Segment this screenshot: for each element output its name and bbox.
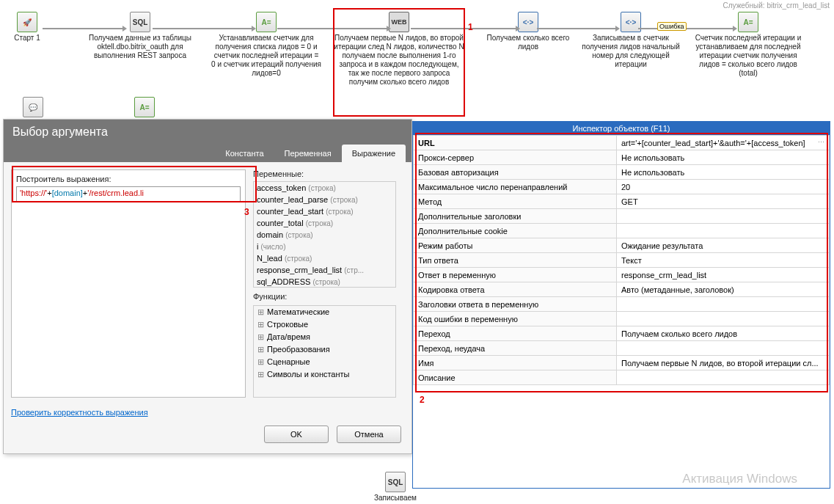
func-group[interactable]: ⊞Дата/время	[254, 331, 395, 343]
sql-icon: SQL	[385, 472, 406, 492]
node-sql-bottom[interactable]: SQL Записываем	[374, 472, 417, 503]
vars-label: Переменные:	[253, 169, 396, 178]
funcs-list[interactable]: ⊞Математические⊞Строковые⊞Дата/время⊞Пре…	[253, 305, 396, 398]
highlight-box-1	[333, 8, 465, 117]
node-assign3[interactable]: A=	[132, 97, 157, 117]
error-badge: Ошибка	[657, 22, 687, 31]
tab-expression[interactable]: Выражение	[342, 145, 406, 162]
highlight-box-2	[415, 133, 828, 392]
cancel-button[interactable]: Отмена	[337, 426, 401, 443]
highlight-box-3	[12, 166, 257, 202]
annot-2: 2	[420, 395, 425, 405]
var-item[interactable]: access_token (строка)	[254, 182, 395, 194]
check-expression-link[interactable]: Проверить корректность выражения	[4, 405, 156, 420]
expression-panel: Построитель выражения: 'https://'+[domai…	[11, 169, 246, 398]
var-item[interactable]: sql_ADDRESS (строка)	[254, 276, 395, 288]
annot-3: 3	[244, 207, 249, 217]
node-comment[interactable]: 💬	[21, 97, 45, 117]
node-assign2[interactable]: A= Счетчик последней итерации и устанавл…	[689, 12, 807, 78]
func-group[interactable]: ⊞Математические	[254, 306, 395, 318]
vars-panel: Переменные: access_token (строка)counter…	[253, 169, 396, 398]
func-group[interactable]: ⊞Сценарные	[254, 356, 395, 368]
ok-button[interactable]: OK	[264, 426, 329, 443]
assign-icon: A=	[134, 97, 155, 117]
func-group[interactable]: ⊞Строковые	[254, 318, 395, 331]
node-sql1[interactable]: SQL Получаем данные из таблицы oktell.db…	[85, 12, 195, 60]
annot-1: 1	[468, 22, 473, 32]
node-parse1[interactable]: <·> Получаем сколько всего лидов	[480, 12, 576, 51]
var-item[interactable]: counter_lead_start (строка)	[254, 205, 395, 217]
funcs-label: Функции:	[253, 292, 396, 301]
var-item[interactable]: i (число)	[254, 241, 395, 252]
func-group[interactable]: ⊞Преобразования	[254, 343, 395, 356]
var-item[interactable]: N_lead (строка)	[254, 252, 395, 264]
var-item[interactable]: response_crm_lead_list (стр...	[254, 264, 395, 276]
sql-icon: SQL	[130, 12, 150, 32]
node-parse2[interactable]: <·> Записываем в счетчик получения лидов…	[579, 12, 682, 69]
node-start[interactable]: 🚀 Старт 1	[1, 12, 53, 43]
tab-variable[interactable]: Переменная	[274, 145, 342, 162]
assign-icon: A=	[738, 12, 758, 32]
var-item[interactable]: counter_lead_parse (строка)	[254, 194, 395, 205]
node-assign1[interactable]: A= Устанавливаем счетчик для получения с…	[211, 12, 321, 78]
var-item[interactable]: counter_total (строка)	[254, 217, 395, 229]
var-item[interactable]: domain (строка)	[254, 229, 395, 241]
comment-icon: 💬	[23, 97, 43, 117]
vars-list[interactable]: access_token (строка)counter_lead_parse …	[253, 181, 396, 288]
parse-icon: <·>	[518, 12, 538, 32]
assign-icon: A=	[256, 12, 277, 32]
func-group[interactable]: ⊞Символы и константы	[254, 368, 395, 381]
tab-constant[interactable]: Константа	[215, 145, 274, 162]
rocket-icon: 🚀	[17, 12, 37, 32]
dialog-title: Выбор аргумента	[4, 120, 411, 145]
